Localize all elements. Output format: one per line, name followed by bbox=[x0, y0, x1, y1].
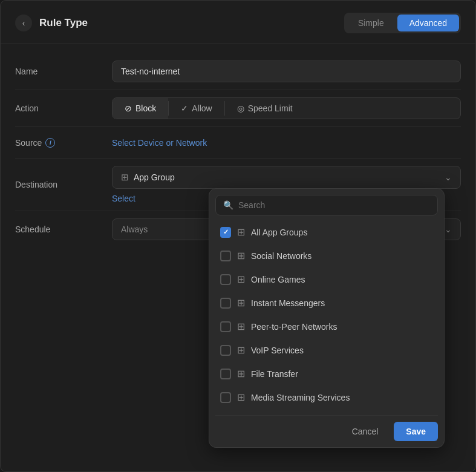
simple-toggle[interactable]: Simple bbox=[346, 15, 396, 31]
item-group-icon: ⊞ bbox=[237, 274, 245, 285]
name-row: Name bbox=[15, 53, 461, 90]
allow-icon: ✓ bbox=[181, 103, 188, 113]
source-row: Source i Select Device or Network bbox=[15, 127, 461, 159]
dropdown-list: ⊞All App Groups⊞Social Networks⊞Online G… bbox=[215, 220, 438, 409]
save-button[interactable]: Save bbox=[394, 422, 438, 441]
name-field-content bbox=[112, 61, 461, 82]
speed-limit-button[interactable]: ◎ Speed Limit bbox=[225, 98, 305, 119]
back-icon: ‹ bbox=[22, 18, 25, 28]
action-group: ⊘ Block ✓ Allow ◎ Speed Limit bbox=[112, 97, 461, 119]
dropdown-container: 🔍 ⊞All App Groups⊞Social Networks⊞Online… bbox=[209, 188, 445, 448]
checkbox[interactable] bbox=[220, 298, 231, 309]
item-group-icon: ⊞ bbox=[237, 226, 245, 238]
name-input[interactable] bbox=[112, 61, 461, 82]
rule-type-toggle: Simple Advanced bbox=[344, 13, 461, 33]
search-box: 🔍 bbox=[215, 195, 438, 215]
source-field-content: Select Device or Network bbox=[112, 137, 461, 148]
action-row: Action ⊘ Block ✓ Allow ◎ Speed Limi bbox=[15, 90, 461, 127]
item-group-icon: ⊞ bbox=[237, 321, 245, 332]
item-label: File Transfer bbox=[251, 369, 298, 379]
item-label: All App Groups bbox=[251, 228, 307, 237]
schedule-label: Schedule bbox=[15, 225, 112, 234]
name-label: Name bbox=[15, 67, 112, 76]
item-group-icon: ⊞ bbox=[237, 250, 245, 261]
action-field-content: ⊘ Block ✓ Allow ◎ Speed Limit bbox=[112, 97, 461, 119]
list-item[interactable]: ⊞Peer-to-Peer Networks bbox=[215, 315, 438, 338]
checkbox[interactable] bbox=[220, 227, 231, 238]
block-label: Block bbox=[135, 103, 156, 113]
checkbox[interactable] bbox=[220, 392, 231, 403]
header-divider bbox=[1, 43, 475, 44]
schedule-value: Always bbox=[121, 225, 148, 234]
item-group-icon: ⊞ bbox=[237, 297, 245, 309]
list-item[interactable]: ⊞Online Games bbox=[215, 267, 438, 291]
destination-select[interactable]: ⊞ App Group ⌄ bbox=[112, 166, 461, 189]
rule-panel: ‹ Rule Type Simple Advanced Name Action … bbox=[0, 0, 476, 472]
list-item[interactable]: ⊞File Transfer bbox=[215, 362, 438, 385]
item-group-icon: ⊞ bbox=[237, 392, 245, 403]
source-link[interactable]: Select Device or Network bbox=[112, 138, 207, 148]
item-group-icon: ⊞ bbox=[237, 368, 245, 379]
schedule-chevron-icon: ⌄ bbox=[445, 225, 452, 234]
speed-icon: ◎ bbox=[237, 103, 244, 113]
checkbox[interactable] bbox=[220, 369, 231, 379]
destination-label: Destination bbox=[15, 180, 112, 189]
item-label: Peer-to-Peer Networks bbox=[251, 322, 337, 332]
advanced-toggle[interactable]: Advanced bbox=[397, 15, 459, 31]
list-item[interactable]: ⊞Instant Messengers bbox=[215, 291, 438, 315]
list-item[interactable]: ⊞Media Streaming Services bbox=[215, 385, 438, 409]
item-label: Instant Messengers bbox=[251, 298, 325, 308]
checkbox[interactable] bbox=[220, 274, 231, 285]
action-label: Action bbox=[15, 103, 112, 113]
search-icon: 🔍 bbox=[223, 200, 233, 210]
cancel-button[interactable]: Cancel bbox=[342, 422, 388, 441]
destination-value: App Group bbox=[134, 172, 175, 182]
allow-button[interactable]: ✓ Allow bbox=[169, 98, 224, 119]
checkbox[interactable] bbox=[220, 345, 231, 356]
header-row: ‹ Rule Type Simple Advanced bbox=[1, 1, 475, 33]
item-group-icon: ⊞ bbox=[237, 344, 245, 356]
back-button[interactable]: ‹ bbox=[15, 15, 32, 31]
item-label: VoIP Services bbox=[251, 346, 304, 355]
checkbox[interactable] bbox=[220, 321, 231, 332]
item-label: Online Games bbox=[251, 275, 305, 284]
block-icon: ⊘ bbox=[125, 103, 132, 113]
item-label: Media Streaming Services bbox=[251, 393, 350, 402]
checkbox[interactable] bbox=[220, 251, 231, 261]
speed-label: Speed Limit bbox=[248, 103, 293, 113]
block-button[interactable]: ⊘ Block bbox=[112, 98, 168, 119]
destination-chevron-icon: ⌄ bbox=[445, 172, 452, 182]
source-label: Source i bbox=[15, 138, 112, 148]
list-item[interactable]: ⊞Social Networks bbox=[215, 244, 438, 267]
source-info-icon[interactable]: i bbox=[45, 138, 55, 148]
dropdown-footer: Cancel Save bbox=[215, 415, 438, 441]
item-label: Social Networks bbox=[251, 251, 311, 261]
allow-label: Allow bbox=[192, 103, 212, 113]
list-item[interactable]: ⊞VoIP Services bbox=[215, 338, 438, 362]
page-title: Rule Type bbox=[39, 17, 344, 29]
list-item[interactable]: ⊞All App Groups bbox=[215, 220, 438, 244]
search-input[interactable] bbox=[238, 200, 430, 210]
destination-icon: ⊞ bbox=[121, 172, 129, 183]
